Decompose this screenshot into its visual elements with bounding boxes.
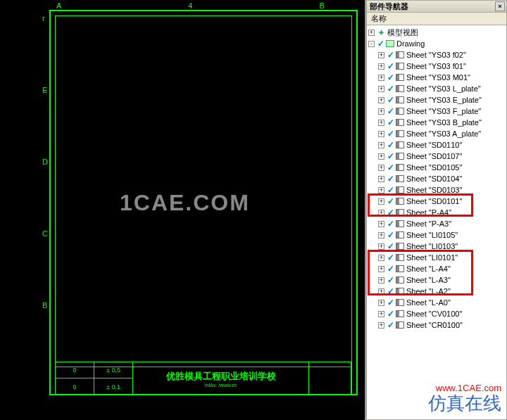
panel-title: 部件导航器 bbox=[370, 1, 408, 12]
tree-sheet-1[interactable]: +✓Sheet "YS03 f01" bbox=[367, 61, 506, 72]
expand-toggle[interactable]: + bbox=[378, 176, 384, 182]
expand-toggle[interactable]: + bbox=[378, 142, 384, 148]
tree-sheet-14[interactable]: +✓Sheet "P-A4" bbox=[367, 207, 506, 218]
sheet-icon bbox=[396, 63, 404, 70]
expand-toggle[interactable]: + bbox=[378, 266, 384, 272]
tree-item-label: 模型视图 bbox=[387, 27, 418, 38]
expand-toggle[interactable]: + bbox=[378, 210, 384, 216]
tree-sheet-10[interactable]: +✓Sheet "SD0105" bbox=[367, 162, 506, 173]
expand-toggle[interactable]: + bbox=[378, 232, 384, 238]
drawing-canvas[interactable]: A 4 B r E D C B 1CAE.COM 0 0 ± 0.5 ± 0.1… bbox=[0, 0, 365, 420]
sheet-icon bbox=[396, 254, 404, 261]
tree-sheet-2[interactable]: +✓Sheet "YS03 M01" bbox=[367, 72, 506, 83]
check-icon: ✓ bbox=[377, 39, 384, 49]
sheet-icon bbox=[396, 141, 404, 148]
tree-item-label: Sheet "SD0101" bbox=[406, 197, 462, 205]
drawing-icon bbox=[386, 40, 394, 47]
expand-toggle[interactable]: + bbox=[378, 198, 384, 205]
check-icon: ✓ bbox=[387, 196, 394, 206]
tree-item-label: Sheet "LI0105" bbox=[406, 231, 458, 239]
expand-toggle[interactable]: + bbox=[378, 243, 384, 250]
tree-view[interactable]: +✦模型视图-✓Drawing+✓Sheet "YS03 f02"+✓Sheet… bbox=[366, 25, 507, 420]
sheet-icon bbox=[396, 164, 404, 171]
tree-item-label: Sheet "P-A4" bbox=[406, 208, 451, 217]
check-icon: ✓ bbox=[387, 230, 394, 240]
expand-toggle[interactable]: + bbox=[378, 277, 384, 284]
sheet-icon bbox=[396, 85, 404, 92]
check-icon: ✓ bbox=[387, 241, 394, 251]
check-icon: ✓ bbox=[387, 106, 394, 116]
tree-sheet-6[interactable]: +✓Sheet "YS03 B_plate" bbox=[367, 117, 506, 128]
expand-toggle[interactable]: + bbox=[378, 131, 384, 137]
check-icon: ✓ bbox=[387, 264, 394, 274]
expand-toggle[interactable]: + bbox=[378, 300, 384, 306]
expand-toggle[interactable]: + bbox=[378, 187, 384, 193]
tree-root-model-view[interactable]: +✦模型视图 bbox=[367, 27, 506, 38]
sheet-icon bbox=[396, 310, 404, 317]
expand-toggle[interactable]: + bbox=[378, 86, 384, 92]
expand-toggle[interactable]: + bbox=[378, 75, 384, 81]
check-icon: ✓ bbox=[387, 140, 394, 150]
tree-sheet-17[interactable]: +✓Sheet "LI0103" bbox=[367, 241, 506, 252]
tree-sheet-22[interactable]: +✓Sheet "L-A0" bbox=[367, 297, 506, 308]
expand-toggle[interactable]: + bbox=[368, 30, 375, 36]
tree-item-label: Sheet "YS03 E_plate" bbox=[406, 96, 482, 104]
expand-toggle[interactable]: + bbox=[378, 97, 384, 103]
tree-sheet-4[interactable]: +✓Sheet "YS03 E_plate" bbox=[367, 94, 506, 106]
tree-item-label: Sheet "YS03 f02" bbox=[406, 51, 466, 59]
tree-sheet-19[interactable]: +✓Sheet "L-A4" bbox=[367, 263, 506, 274]
expand-toggle[interactable]: + bbox=[378, 288, 384, 295]
check-icon: ✓ bbox=[387, 95, 394, 105]
tree-sheet-24[interactable]: +✓Sheet "CR0100" bbox=[367, 319, 506, 331]
expand-toggle[interactable]: - bbox=[368, 41, 375, 47]
expand-toggle[interactable]: + bbox=[378, 322, 384, 329]
check-icon: ✓ bbox=[387, 298, 394, 307]
expand-toggle[interactable]: + bbox=[378, 63, 384, 70]
expand-toggle[interactable]: + bbox=[378, 255, 384, 261]
expand-toggle[interactable]: + bbox=[378, 165, 384, 171]
ruler-top: A 4 B bbox=[56, 1, 325, 10]
tree-sheet-20[interactable]: +✓Sheet "L-A3" bbox=[367, 274, 506, 286]
tree-item-label: Sheet "L-A0" bbox=[406, 298, 451, 307]
tree-item-label: Sheet "CR0100" bbox=[406, 321, 463, 329]
tree-sheet-5[interactable]: +✓Sheet "YS03 F_plate" bbox=[367, 106, 506, 117]
tree-sheet-3[interactable]: +✓Sheet "YS03 L_plate" bbox=[367, 83, 506, 94]
tree-item-label: Sheet "YS03 B_plate" bbox=[406, 118, 482, 127]
expand-toggle[interactable]: + bbox=[378, 221, 384, 227]
close-icon[interactable]: × bbox=[495, 1, 505, 11]
expand-toggle[interactable]: + bbox=[378, 311, 384, 317]
check-icon: ✓ bbox=[387, 286, 394, 296]
tree-sheet-21[interactable]: +✓Sheet "L-A2" bbox=[367, 286, 506, 297]
sheet-icon bbox=[396, 198, 404, 205]
tree-drawing[interactable]: -✓Drawing bbox=[367, 38, 506, 49]
panel-title-bar[interactable]: 部件导航器 × bbox=[366, 0, 507, 13]
ruler-left: r E D C B bbox=[42, 14, 48, 310]
tree-item-label: Sheet "YS03 M01" bbox=[406, 73, 470, 82]
sheet-icon bbox=[396, 51, 404, 58]
sheet-icon bbox=[396, 299, 404, 306]
tree-sheet-0[interactable]: +✓Sheet "YS03 f02" bbox=[367, 49, 506, 61]
watermark-text: 1CAE.COM bbox=[120, 190, 250, 216]
tree-sheet-8[interactable]: +✓Sheet "SD0110" bbox=[367, 139, 506, 151]
check-icon: ✓ bbox=[387, 320, 394, 330]
expand-toggle[interactable]: + bbox=[378, 153, 384, 160]
tree-sheet-23[interactable]: +✓Sheet "CV0100" bbox=[367, 308, 506, 319]
tree-sheet-15[interactable]: +✓Sheet "P-A3" bbox=[367, 218, 506, 229]
tree-sheet-9[interactable]: +✓Sheet "SD0107" bbox=[367, 151, 506, 162]
expand-toggle[interactable]: + bbox=[378, 120, 384, 126]
check-icon: ✓ bbox=[387, 309, 394, 319]
tree-sheet-12[interactable]: +✓Sheet "SD0103" bbox=[367, 184, 506, 196]
tree-sheet-13[interactable]: +✓Sheet "SD0101" bbox=[367, 196, 506, 207]
overlay-brand: 仿真在线 bbox=[428, 391, 501, 416]
tree-sheet-11[interactable]: +✓Sheet "SD0104" bbox=[367, 173, 506, 184]
tree-item-label: Sheet "YS03 F_plate" bbox=[406, 107, 481, 115]
tree-sheet-7[interactable]: +✓Sheet "YS03 A_plate" bbox=[367, 128, 506, 139]
column-header-name[interactable]: 名称 bbox=[366, 13, 507, 25]
title-block: 0 0 ± 0.5 ± 0.1 优胜模具工程职业培训学校 mlAs: /www.… bbox=[55, 362, 352, 395]
tree-sheet-16[interactable]: +✓Sheet "LI0105" bbox=[367, 229, 506, 241]
expand-toggle[interactable]: + bbox=[378, 108, 384, 115]
tree-sheet-18[interactable]: +✓Sheet "LI0101" bbox=[367, 252, 506, 263]
sheet-icon bbox=[396, 96, 404, 103]
expand-toggle[interactable]: + bbox=[378, 52, 384, 58]
sheet-icon bbox=[396, 322, 404, 329]
